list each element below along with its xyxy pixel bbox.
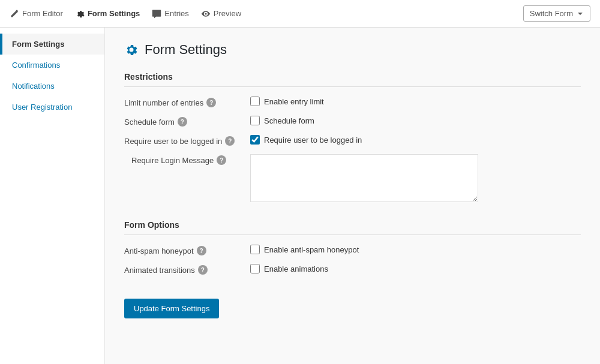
antispam-checkbox-label: Enable anti-spam honeypot bbox=[264, 245, 359, 254]
animations-checkbox-label: Enable animations bbox=[264, 264, 328, 273]
entry-limit-checkbox[interactable] bbox=[250, 97, 260, 106]
require-login-help-icon[interactable]: ? bbox=[225, 136, 235, 146]
entry-limit-row: Limit number of entries ? Enable entry l… bbox=[124, 97, 581, 107]
form-settings-label: Form Settings bbox=[88, 9, 140, 18]
antispam-label: Anti-spam honeypot ? bbox=[124, 245, 250, 255]
require-login-checkbox-wrapper[interactable]: Require user to be logged in bbox=[250, 135, 362, 145]
main-layout: Form Settings Confirmations Notification… bbox=[0, 28, 600, 364]
schedule-form-control: Schedule form bbox=[250, 116, 581, 125]
edit-icon bbox=[10, 9, 19, 19]
top-bar: Form Editor Form Settings Entries Previe… bbox=[0, 0, 600, 28]
entry-limit-checkbox-wrapper[interactable]: Enable entry limit bbox=[250, 97, 324, 106]
entry-limit-checkbox-label: Enable entry limit bbox=[264, 97, 324, 106]
form-options-title: Form Options bbox=[124, 220, 581, 235]
animations-help-icon[interactable]: ? bbox=[198, 265, 208, 275]
animations-checkbox-wrapper[interactable]: Enable animations bbox=[250, 264, 328, 273]
switch-form-label: Switch Form bbox=[530, 9, 573, 18]
schedule-form-checkbox-wrapper[interactable]: Schedule form bbox=[250, 116, 314, 125]
antispam-checkbox[interactable] bbox=[250, 245, 260, 254]
login-message-label: Require Login Message ? bbox=[124, 154, 250, 165]
sidebar-item-notifications[interactable]: Notifications bbox=[0, 76, 104, 97]
entry-limit-label: Limit number of entries ? bbox=[124, 97, 250, 107]
page-title: Form Settings bbox=[124, 42, 581, 58]
require-login-checkbox-label: Require user to be logged in bbox=[264, 136, 362, 145]
schedule-form-label: Schedule form ? bbox=[124, 116, 250, 127]
sidebar-item-user-registration[interactable]: User Registration bbox=[0, 97, 104, 118]
entry-limit-help-icon[interactable]: ? bbox=[206, 98, 216, 107]
gear-large-icon bbox=[124, 43, 139, 57]
sidebar-item-form-settings[interactable]: Form Settings bbox=[0, 34, 104, 55]
form-editor-label: Form Editor bbox=[22, 9, 63, 18]
update-form-settings-button[interactable]: Update Form Settings bbox=[124, 299, 219, 318]
sidebar: Form Settings Confirmations Notification… bbox=[0, 28, 105, 364]
animations-control: Enable animations bbox=[250, 264, 581, 273]
main-content: Form Settings Restrictions Limit number … bbox=[105, 28, 600, 364]
antispam-checkbox-wrapper[interactable]: Enable anti-spam honeypot bbox=[250, 245, 359, 254]
schedule-form-checkbox[interactable] bbox=[250, 116, 260, 125]
chevron-down-icon bbox=[577, 10, 584, 17]
nav-entries[interactable]: Entries bbox=[152, 7, 188, 21]
speech-icon bbox=[152, 9, 161, 19]
sidebar-item-confirmations[interactable]: Confirmations bbox=[0, 55, 104, 76]
nav-preview[interactable]: Preview bbox=[201, 7, 241, 21]
animations-checkbox[interactable] bbox=[250, 264, 260, 273]
restrictions-title: Restrictions bbox=[124, 72, 581, 87]
require-login-label: Require user to be logged in ? bbox=[124, 135, 250, 146]
entries-label: Entries bbox=[164, 9, 188, 18]
login-message-row: Require Login Message ? bbox=[124, 154, 581, 202]
nav-form-settings[interactable]: Form Settings bbox=[75, 7, 140, 21]
antispam-help-icon[interactable]: ? bbox=[197, 246, 206, 255]
top-bar-links: Form Editor Form Settings Entries Previe… bbox=[10, 7, 241, 21]
nav-form-editor[interactable]: Form Editor bbox=[10, 7, 63, 21]
login-message-control bbox=[250, 154, 581, 202]
login-message-textarea[interactable] bbox=[250, 154, 478, 202]
schedule-form-checkbox-label: Schedule form bbox=[264, 116, 314, 125]
antispam-row: Anti-spam honeypot ? Enable anti-spam ho… bbox=[124, 245, 581, 255]
require-login-checkbox[interactable] bbox=[250, 135, 260, 145]
animations-row: Animated transitions ? Enable animations bbox=[124, 264, 581, 275]
require-login-control: Require user to be logged in bbox=[250, 135, 581, 145]
require-login-row: Require user to be logged in ? Require u… bbox=[124, 135, 581, 146]
settings-icon bbox=[75, 9, 85, 19]
eye-icon bbox=[201, 9, 211, 19]
switch-form-button[interactable]: Switch Form bbox=[523, 5, 590, 22]
animations-label: Animated transitions ? bbox=[124, 264, 250, 275]
login-message-help-icon[interactable]: ? bbox=[217, 155, 226, 165]
schedule-form-help-icon[interactable]: ? bbox=[178, 117, 187, 127]
restrictions-section: Restrictions Limit number of entries ? E… bbox=[124, 72, 581, 202]
form-options-section: Form Options Anti-spam honeypot ? Enable… bbox=[124, 220, 581, 275]
entry-limit-control: Enable entry limit bbox=[250, 97, 581, 106]
schedule-form-row: Schedule form ? Schedule form bbox=[124, 116, 581, 127]
preview-label: Preview bbox=[214, 9, 241, 18]
antispam-control: Enable anti-spam honeypot bbox=[250, 245, 581, 254]
